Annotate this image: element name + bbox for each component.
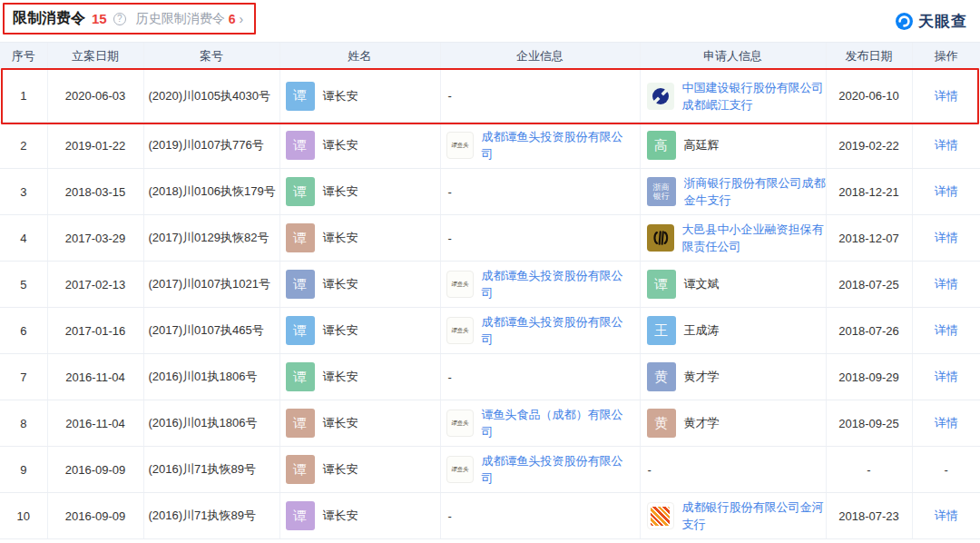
detail-link[interactable]: 详情 — [935, 138, 958, 152]
person-avatar: 谭 — [286, 223, 315, 252]
filing-date: 2017-01-16 — [47, 308, 143, 354]
applicant-company-link[interactable]: 中国建设银行股份有限公司成都岷江支行 — [682, 79, 826, 114]
col-header-filing-date: 立案日期 — [47, 43, 143, 70]
applicant-name: 黄才学 — [684, 369, 720, 385]
person-avatar: 谭 — [286, 82, 315, 111]
row-no: 5 — [0, 262, 47, 308]
history-restriction-link[interactable]: 历史限制消费令 6 › — [136, 11, 243, 27]
applicant-name: 黄才学 — [684, 415, 720, 431]
row-no: 8 — [0, 400, 47, 447]
case-no: (2016)川71执恢89号 — [143, 493, 279, 539]
person-avatar: 谭 — [286, 316, 315, 345]
table-row: 2 2019-01-22 (2019)川0107执776号 谭 谭长安 谭鱼头 … — [0, 123, 980, 169]
row-no: 6 — [0, 308, 47, 354]
applicant-avatar: 王 — [647, 316, 676, 345]
person-name: 谭长安 — [323, 322, 358, 339]
chengdu-bank-logo-icon — [647, 502, 674, 529]
applicant-avatar: 黄 — [647, 362, 676, 391]
brand-watermark: 天眼查 — [895, 11, 967, 32]
detail-link[interactable]: 详情 — [935, 508, 958, 522]
case-no: (2017)川0107执1021号 — [143, 262, 279, 308]
company-link[interactable]: 成都谭鱼头投资股份有限公司 — [482, 128, 629, 163]
applicant-company-link[interactable]: 成都银行股份有限公司金河支行 — [682, 499, 826, 533]
case-no: (2019)川0107执776号 — [143, 123, 279, 169]
table-row: 7 2016-11-04 (2016)川01执1806号 谭 谭长安 - 黄 黄… — [0, 354, 980, 400]
tanyutou-company-logo-icon: 谭鱼头 — [446, 456, 474, 483]
col-header-name: 姓名 — [279, 43, 440, 70]
applicant-avatar: 谭 — [647, 270, 676, 299]
row-no: 9 — [0, 447, 47, 493]
person-name: 谭长安 — [323, 137, 358, 153]
title-annotation-box: 限制消费令 15 ? 历史限制消费令 6 › — [3, 3, 256, 35]
restriction-count: 15 — [92, 11, 107, 26]
person-name: 谭长安 — [323, 230, 358, 246]
applicant-company-link[interactable]: 浙商银行股份有限公司成都金牛支行 — [684, 174, 826, 209]
table-row: 10 2016-09-09 (2016)川71执恢89号 谭 谭长安 - 成都银… — [0, 493, 980, 539]
person-avatar: 谭 — [286, 409, 315, 438]
person-avatar: 谭 — [286, 177, 315, 206]
company-empty: - — [441, 232, 452, 245]
col-header-applicant: 申请人信息 — [640, 43, 826, 70]
row-no: 1 — [0, 70, 47, 123]
filing-date: 2017-03-29 — [47, 215, 143, 262]
filing-date: 2016-09-09 — [47, 493, 143, 539]
detail-link[interactable]: 详情 — [935, 184, 958, 198]
avatar-line2: 银行 — [653, 192, 670, 201]
company-link[interactable]: 谭鱼头食品（成都）有限公司 — [482, 406, 629, 440]
row-no: 4 — [0, 215, 47, 262]
company-link[interactable]: 成都谭鱼头投资股份有限公司 — [482, 452, 629, 487]
person-avatar: 谭 — [286, 270, 315, 299]
filing-date: 2019-01-22 — [47, 123, 143, 169]
publish-date: 2018-09-29 — [826, 354, 912, 400]
case-no: (2017)川0107执465号 — [143, 308, 279, 354]
filing-date: 2020-06-03 — [47, 70, 143, 123]
action-empty: - — [945, 463, 948, 477]
tianyancha-logo-icon — [895, 12, 914, 31]
case-no: (2016)川01执1806号 — [143, 400, 279, 447]
page-title: 限制消费令 — [13, 9, 85, 28]
applicant-name: 王成涛 — [684, 322, 720, 339]
table-row: 8 2016-11-04 (2016)川01执1806号 谭 谭长安 谭鱼头 谭… — [0, 400, 980, 447]
tanyutou-company-logo-icon: 谭鱼头 — [446, 317, 474, 344]
col-header-company: 企业信息 — [440, 43, 640, 70]
tanyutou-company-logo-icon: 谭鱼头 — [446, 132, 474, 159]
filing-date: 2016-11-04 — [47, 354, 143, 400]
company-empty: - — [441, 509, 452, 523]
table-row: 4 2017-03-29 (2017)川0129执恢82号 谭 谭长安 - — [0, 215, 980, 262]
person-avatar: 谭 — [286, 362, 315, 391]
detail-link[interactable]: 详情 — [935, 277, 958, 291]
person-name: 谭长安 — [323, 88, 358, 104]
applicant-avatar: 高 — [647, 131, 676, 160]
detail-link[interactable]: 详情 — [935, 323, 958, 337]
detail-link[interactable]: 详情 — [935, 89, 958, 103]
col-header-no: 序号 — [0, 43, 47, 70]
topbar: 限制消费令 15 ? 历史限制消费令 6 › 天眼查 — [0, 0, 980, 42]
publish-date: - — [826, 447, 912, 493]
case-no: (2016)川71执恢89号 — [143, 447, 279, 493]
help-icon[interactable]: ? — [113, 13, 126, 25]
restriction-orders-page: 限制消费令 15 ? 历史限制消费令 6 › 天眼查 — [0, 0, 980, 543]
detail-link[interactable]: 详情 — [935, 416, 958, 429]
history-link-label: 历史限制消费令 — [136, 11, 225, 27]
ccb-bank-logo-icon — [647, 83, 674, 110]
tanyutou-company-logo-icon: 谭鱼头 — [446, 410, 474, 437]
person-name: 谭长安 — [323, 276, 358, 292]
company-link[interactable]: 成都谭鱼头投资股份有限公司 — [482, 313, 629, 348]
applicant-company-link[interactable]: 大邑县中小企业融资担保有限责任公司 — [682, 221, 826, 255]
company-link[interactable]: 成都谭鱼头投资股份有限公司 — [482, 267, 629, 301]
restriction-orders-table: 序号 立案日期 案号 姓名 企业信息 申请人信息 发布日期 操作 1 2020-… — [0, 42, 980, 539]
applicant-empty: - — [641, 463, 652, 477]
filing-date: 2018-03-15 — [47, 169, 143, 215]
applicant-name: 高廷辉 — [684, 137, 720, 153]
company-empty: - — [441, 185, 452, 199]
table-row: 1 2020-06-03 (2020)川0105执4030号 谭 谭长安 - — [0, 70, 980, 123]
col-header-action: 操作 — [912, 43, 980, 70]
row-no: 10 — [0, 493, 47, 539]
dayi-guarantee-logo-icon — [647, 224, 674, 252]
history-count: 6 — [229, 12, 236, 26]
row-no: 7 — [0, 354, 47, 400]
case-no: (2020)川0105执4030号 — [143, 70, 279, 123]
detail-link[interactable]: 详情 — [935, 231, 958, 244]
row-no: 2 — [0, 123, 47, 169]
detail-link[interactable]: 详情 — [935, 370, 958, 383]
